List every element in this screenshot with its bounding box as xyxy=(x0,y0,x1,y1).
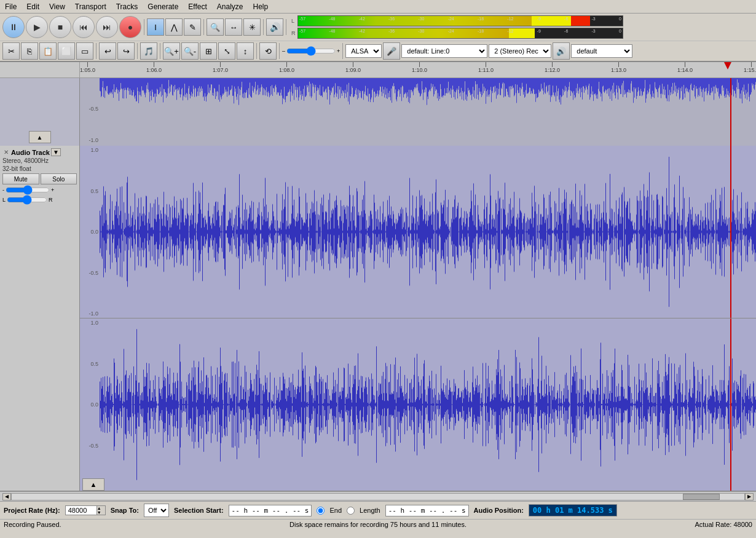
speaker-icon[interactable]: 🔊 xyxy=(266,18,283,36)
record-button[interactable]: ● xyxy=(119,16,141,38)
menu-analyze[interactable]: Analyze xyxy=(212,1,248,12)
collapse-button[interactable]: ▲ xyxy=(29,131,51,143)
end-radio[interactable] xyxy=(317,507,325,515)
pan-slider[interactable] xyxy=(7,196,47,204)
input-gain-max-label: + xyxy=(337,48,340,54)
collapse-button-bottom[interactable]: ▲ xyxy=(82,478,104,491)
toolbar-separator-2 xyxy=(203,19,204,35)
snap-select[interactable]: Off xyxy=(144,504,169,517)
gain-min-label: - xyxy=(2,187,4,193)
undo-button[interactable]: ↩ xyxy=(99,42,116,60)
redo-button[interactable]: ↪ xyxy=(117,42,135,60)
playhead-ch1 xyxy=(730,146,731,318)
cut-button[interactable]: ✂ xyxy=(2,42,20,60)
tool-draw[interactable]: ✎ xyxy=(184,18,201,36)
partial-track: ▲ -0.5 -1.0 xyxy=(0,78,756,146)
pause-button[interactable]: ⏸ xyxy=(2,16,25,38)
host-select[interactable]: ALSA xyxy=(345,44,382,58)
copy-button[interactable]: ⎘ xyxy=(21,42,38,60)
gain-slider[interactable] xyxy=(6,186,50,194)
ruler-time-area[interactable]: 1:05.01:06.01:07.01:08.01:09.01:10.01:11… xyxy=(80,62,756,77)
metronome-button[interactable]: 🎵 xyxy=(140,42,157,60)
scrollbar-thumb[interactable] xyxy=(683,494,720,500)
history-button[interactable]: ⟲ xyxy=(259,42,277,60)
project-rate-stepper[interactable]: ▲ ▼ xyxy=(96,506,105,515)
trim-button[interactable]: ⬜ xyxy=(58,42,75,60)
toolbar-row-2: ✂ ⎘ 📋 ⬜ ▭ ↩ ↪ 🎵 🔍+ 🔍- ⊞ ⤡ ↕ ⟲ – + ALSA 🎤… xyxy=(0,41,756,61)
horizontal-scrollbar-area: ◀ ▶ xyxy=(0,491,756,501)
horizontal-scrollbar[interactable] xyxy=(11,493,745,500)
scroll-right-button[interactable]: ▶ xyxy=(745,493,754,500)
channels-select[interactable]: 2 (Stereo) Rec xyxy=(489,44,551,58)
channel-1-waveform[interactable]: 1.0 0.5 0.0 -0.5 -1.0 xyxy=(80,146,756,318)
solo-button[interactable]: Solo xyxy=(41,173,77,184)
toolbar-separator-8 xyxy=(256,43,257,59)
ruler-mark: 1:13.0 xyxy=(611,62,626,73)
tool-envelope[interactable]: ⋀ xyxy=(165,18,183,36)
waveform-canvas-top xyxy=(80,78,756,146)
zoom-out-button[interactable]: 🔍- xyxy=(181,42,199,60)
tracks-area: ▲ -0.5 -1.0 ✕ Audio Track ▼ Stereo, 4800… xyxy=(0,78,756,491)
menu-view[interactable]: View xyxy=(44,1,70,12)
input-device-select[interactable]: default: Line:0 xyxy=(401,44,487,58)
sel-end-display[interactable]: -- h -- m -- . -- s xyxy=(385,505,469,516)
menu-edit[interactable]: Edit xyxy=(22,1,44,12)
sel-start-label: Selection Start: xyxy=(174,507,224,514)
skip-end-button[interactable]: ⏭ xyxy=(96,16,118,38)
menubar: File Edit View Transport Tracks Generate… xyxy=(0,0,756,14)
menu-tracks[interactable]: Tracks xyxy=(111,1,143,12)
track-close-button[interactable]: ✕ xyxy=(2,149,10,156)
toolbar-separator-1 xyxy=(144,19,144,35)
menu-effect[interactable]: Effect xyxy=(183,1,211,12)
audio-pos-label: Audio Position: xyxy=(474,507,524,514)
audio-track: ✕ Audio Track ▼ Stereo, 48000Hz 32-bit f… xyxy=(0,146,756,491)
menu-transport[interactable]: Transport xyxy=(70,1,111,12)
timeline-ruler: 1:05.01:06.01:07.01:08.01:09.01:10.01:11… xyxy=(0,62,756,78)
tool-multi[interactable]: ✳ xyxy=(243,18,261,36)
silence-button[interactable]: ▭ xyxy=(76,42,93,60)
tool-zoom[interactable]: 🔍 xyxy=(207,18,224,36)
zoom-fit-button[interactable]: ⤡ xyxy=(218,42,235,60)
ruler-mark: 1:05.0 xyxy=(80,62,95,73)
track-dropdown[interactable]: ▼ xyxy=(51,148,61,156)
channel-2-waveform[interactable]: 1.0 0.5 0.0 -0.5 -1.0 xyxy=(80,318,756,491)
length-radio[interactable] xyxy=(347,507,355,515)
project-rate-group: 48000 ▲ ▼ xyxy=(65,505,106,515)
bottom-area: Project Rate (Hz): 48000 ▲ ▼ Snap To: Of… xyxy=(0,501,756,538)
toolbar-separator-3 xyxy=(263,19,264,35)
ruler-mark: 1:14.0 xyxy=(677,62,693,73)
track-waveform-area[interactable]: 1.0 0.5 0.0 -0.5 -1.0 1.0 0.5 0.0 -0.5 -… xyxy=(80,146,756,491)
ruler-mark: 1:15.0 xyxy=(744,62,756,73)
toolbar-separator-6 xyxy=(137,43,138,59)
stop-button[interactable]: ■ xyxy=(49,16,71,38)
zoom-sel-button[interactable]: ⊞ xyxy=(200,42,217,60)
track-format: Stereo, 48000Hz xyxy=(2,157,77,164)
ruler-mark: 1:10.0 xyxy=(412,62,427,73)
input-gain-slider[interactable] xyxy=(286,47,336,55)
status-bar: Recording Paused. Disk space remains for… xyxy=(0,520,756,529)
sel-start-display[interactable]: -- h -- m -- . -- s xyxy=(229,505,312,516)
skip-start-button[interactable]: ⏮ xyxy=(73,16,95,38)
menu-generate[interactable]: Generate xyxy=(143,1,183,12)
scroll-left-button[interactable]: ◀ xyxy=(2,493,11,500)
output-device-select[interactable]: default xyxy=(571,44,632,58)
snap-label: Snap To: xyxy=(111,507,139,514)
output-icon: 🔊 xyxy=(553,42,570,60)
vu-meter-r: -57 -48 -42 -36 -30 -24 -18 -12 -9 -6 -3… xyxy=(297,28,623,39)
input-gain-label: – xyxy=(282,48,285,54)
play-button[interactable]: ▶ xyxy=(26,16,48,38)
zoom-fit-v-button[interactable]: ↕ xyxy=(237,42,254,60)
toolbar-separator-4 xyxy=(286,19,286,35)
menu-help[interactable]: Help xyxy=(248,1,274,12)
tool-timeshift[interactable]: ↔ xyxy=(225,18,242,36)
menu-file[interactable]: File xyxy=(0,1,22,12)
paste-button[interactable]: 📋 xyxy=(39,42,57,60)
pan-left-label: L xyxy=(2,197,6,203)
zoom-in-button[interactable]: 🔍+ xyxy=(163,42,180,60)
partial-track-waveform[interactable]: -0.5 -1.0 xyxy=(80,78,756,146)
vu-meter: L -57 -48 -42 -36 -30 -24 -18 -12 xyxy=(291,15,623,39)
mute-button[interactable]: Mute xyxy=(2,173,39,184)
tool-select[interactable]: I xyxy=(147,18,164,36)
top-toolbars: ⏸ ▶ ■ ⏮ ⏭ ● I ⋀ ✎ 🔍 ↔ ✳ 🔊 L xyxy=(0,14,756,62)
vu-meter-l: -57 -48 -42 -36 -30 -24 -18 -12 -9 -6 -3… xyxy=(297,15,623,26)
